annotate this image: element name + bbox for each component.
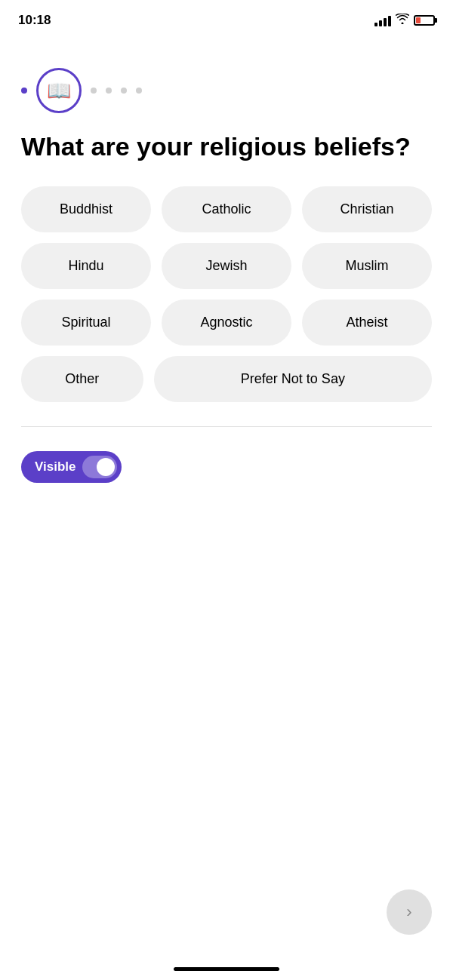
option-agnostic[interactable]: Agnostic (162, 300, 291, 346)
toggle-label: Visible (35, 459, 76, 475)
option-spiritual[interactable]: Spiritual (21, 300, 151, 346)
option-muslim[interactable]: Muslim (302, 243, 432, 289)
option-other[interactable]: Other (21, 356, 143, 402)
status-bar: 10:18 (0, 0, 453, 38)
options-row-1: Buddhist Catholic Christian (21, 186, 432, 232)
progress-section: 📖 (0, 38, 453, 131)
toggle-track (82, 456, 117, 478)
progress-icon-circle: 📖 (36, 68, 82, 113)
option-catholic[interactable]: Catholic (162, 186, 291, 232)
wifi-icon (396, 14, 409, 27)
page-title: What are your religious beliefs? (21, 131, 432, 162)
option-jewish[interactable]: Jewish (162, 243, 291, 289)
divider (21, 426, 432, 427)
options-row-3: Spiritual Agnostic Atheist (21, 300, 432, 346)
progress-dot-active (21, 88, 27, 94)
title-section: What are your religious beliefs? (0, 131, 453, 186)
progress-dot-2 (91, 88, 97, 94)
book-icon: 📖 (47, 79, 71, 103)
battery-icon (414, 15, 435, 26)
progress-dot-5 (136, 88, 142, 94)
option-hindu[interactable]: Hindu (21, 243, 151, 289)
home-indicator (174, 967, 279, 971)
options-grid: Buddhist Catholic Christian Hindu Jewish… (0, 186, 453, 402)
options-row-2: Hindu Jewish Muslim (21, 243, 432, 289)
options-row-4: Other Prefer Not to Say (21, 356, 432, 402)
option-atheist[interactable]: Atheist (302, 300, 432, 346)
option-buddhist[interactable]: Buddhist (21, 186, 151, 232)
visible-toggle[interactable]: Visible (21, 451, 122, 483)
progress-dot-4 (121, 88, 127, 94)
toggle-knob (97, 458, 115, 476)
signal-icon (374, 14, 391, 26)
progress-dot-3 (106, 88, 112, 94)
option-prefer-not-to-say[interactable]: Prefer Not to Say (154, 356, 432, 402)
option-christian[interactable]: Christian (302, 186, 432, 232)
chevron-right-icon: › (406, 902, 411, 922)
status-time: 10:18 (18, 13, 51, 28)
toggle-section: Visible (0, 451, 453, 483)
status-icons (374, 14, 435, 27)
next-button[interactable]: › (387, 889, 432, 935)
